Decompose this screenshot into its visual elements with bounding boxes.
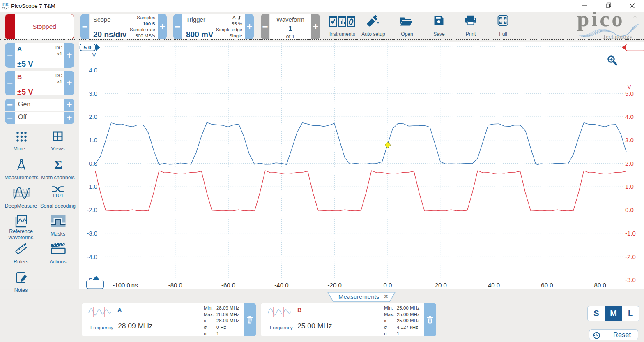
svg-text:2.0: 2.0 [89, 113, 97, 120]
svg-text:5.0: 5.0 [625, 90, 634, 97]
svg-text:1.0: 1.0 [625, 183, 634, 190]
svg-text:Technology: Technology [603, 33, 632, 39]
svg-text:-3.0: -3.0 [87, 230, 97, 237]
svg-text:20.0: 20.0 [435, 282, 447, 289]
svg-text:2.0: 2.0 [625, 160, 634, 167]
svg-text:V: V [92, 51, 96, 58]
svg-text:-60.0: -60.0 [221, 282, 235, 289]
svg-text:-80.0: -80.0 [168, 282, 182, 289]
svg-text:-20.0: -20.0 [328, 282, 342, 289]
svg-text:-4.0: -4.0 [87, 253, 97, 260]
svg-text:3.0: 3.0 [89, 90, 97, 97]
svg-text:1.0: 1.0 [89, 136, 97, 143]
svg-text:PS: PS [2, 2, 9, 7]
svg-text:pico: pico [577, 12, 625, 31]
svg-text:4.0: 4.0 [89, 67, 97, 74]
svg-text:80.0: 80.0 [594, 282, 606, 289]
svg-text:3.0: 3.0 [625, 136, 634, 143]
svg-text:-2.0: -2.0 [87, 206, 97, 213]
svg-text:-3.0: -3.0 [625, 276, 636, 283]
svg-text:-2.0: -2.0 [625, 253, 636, 260]
svg-text:-100.0 ns: -100.0 ns [113, 282, 138, 289]
svg-text:5.0: 5.0 [84, 44, 92, 51]
svg-text:0.0: 0.0 [384, 282, 392, 289]
svg-text:60.0: 60.0 [541, 282, 553, 289]
svg-text:40.0: 40.0 [488, 282, 500, 289]
svg-text:4.0: 4.0 [625, 113, 634, 120]
svg-text:V: V [627, 83, 631, 90]
svg-text:0.0: 0.0 [625, 206, 634, 213]
svg-text:-40.0: -40.0 [274, 282, 288, 289]
svg-text:-1.0: -1.0 [625, 230, 636, 237]
svg-text:-1.0: -1.0 [87, 183, 97, 190]
svg-text:0.0: 0.0 [89, 160, 97, 167]
